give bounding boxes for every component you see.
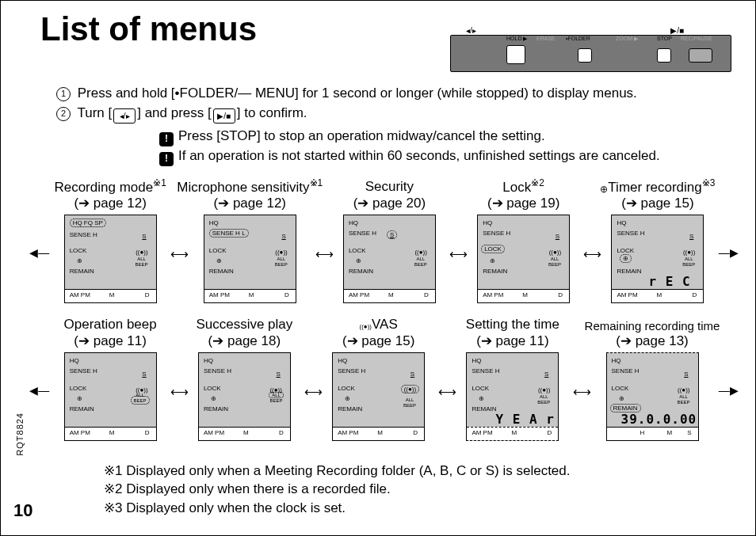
step-2: 2 Turn [◂/▸] and press [▶/■] to confirm.: [56, 104, 724, 124]
h-arrow-icon: ⟷: [304, 384, 319, 399]
lcd-screen: HQ SENSE H S LOCK ⊕ ((●)) ALLBEEP REMAIN…: [332, 352, 425, 441]
footnote-1: ※1 Displayed only when a Meeting Recordi…: [104, 462, 571, 481]
menu-successive-play: Successive play(➔ page 18) HQ SENSE H S …: [185, 313, 304, 441]
lcd-screen: HQ SENSE H S LOCK ⊕ ((●)) ALLBEEP REMAIN…: [606, 352, 699, 441]
alert-icon: !: [159, 152, 174, 166]
device-label-erase: ERASE: [536, 36, 556, 41]
note-1: !Press [STOP] to stop an operation midwa…: [159, 127, 724, 146]
manual-page: List of menus ◂/▸ ▶/■ HOLD ▶ ERASE •FOLD…: [0, 0, 756, 536]
menu-vas: ((●)) VAS(➔ page 15) HQ SENSE H S LOCK ⊕…: [319, 313, 438, 441]
device-top-arrow-left: ◂/▸: [466, 26, 476, 35]
device-illustration: ◂/▸ ▶/■ HOLD ▶ ERASE •FOLDER ZOOM ▶ STOP…: [450, 32, 731, 72]
device-label-recpause: REC/PAUSE: [681, 36, 712, 41]
left-wrap-arrow: ◀—: [29, 384, 51, 397]
doc-id: RQT8824: [15, 412, 25, 456]
device-body: HOLD ▶ ERASE •FOLDER ZOOM ▶ STOP REC/PAU…: [450, 35, 731, 72]
lcd-screen: HQ SENSE H S LOCK ⊕ ((●)) ALLBEEP REMAIN…: [198, 352, 291, 441]
lcd-screen: HQ FQ SP SENSE H S LOCK ⊕ ((●)) ALLBEEP …: [64, 215, 157, 303]
notes: !Press [STOP] to stop an operation midwa…: [159, 127, 724, 165]
circled-2-icon: 2: [56, 107, 71, 121]
h-arrow-icon: ⟷: [170, 384, 185, 399]
h-arrow-icon: ⟷: [449, 246, 464, 261]
play-stop-icon: ▶/■: [213, 108, 235, 124]
footnote-2: ※2 Displayed only when there is a record…: [104, 480, 571, 499]
footnotes: ※1 Displayed only when a Meeting Recordi…: [104, 462, 571, 518]
clock-icon: ⊕: [600, 183, 608, 194]
jog-icon: ◂/▸: [113, 108, 136, 124]
h-arrow-icon: ⟷: [583, 246, 598, 261]
lcd-screen: HQ SENSE H S LOCK ⊕ ((●)) ALLBEEP REMAIN…: [611, 215, 704, 303]
menu-row-1: ◀— Recording mode※1(➔ page 12) HQ FQ SP …: [29, 175, 739, 303]
h-arrow-icon: ⟷: [170, 246, 185, 261]
menu-mic-sensitivity: Microphone sensitivity※1(➔ page 12) HQ S…: [185, 175, 315, 303]
h-arrow-icon: ⟷: [315, 246, 330, 261]
h-arrow-icon: ⟷: [438, 384, 452, 399]
alert-icon: !: [159, 132, 174, 146]
device-btn-recpause: [689, 48, 712, 63]
left-wrap-arrow: ◀—: [29, 246, 51, 259]
right-wrap-arrow: —▶: [718, 246, 740, 259]
circled-1-icon: 1: [56, 87, 71, 101]
device-btn-folder: [578, 48, 592, 63]
h-arrow-icon: ⟷: [573, 384, 587, 399]
right-wrap-arrow: —▶: [718, 384, 740, 397]
menu-lock: Lock※2(➔ page 19) HQ SENSE H S LOCK ⊕ ((…: [464, 175, 583, 303]
menu-timer-recording: ⊕Timer recording※3(➔ page 15) HQ SENSE H…: [598, 175, 717, 303]
device-label-stop: STOP: [657, 36, 672, 41]
vas-icon: ((●)): [359, 323, 372, 331]
lcd-screen: HQ SENSE H S LOCK ⊕ ((●)) ALLBEEP REMAIN…: [466, 352, 559, 441]
device-label-zoom: ZOOM ▶: [616, 36, 638, 42]
device-btn-hold: [506, 45, 525, 64]
lcd-screen: HQ SENSE H S LOCK ⊕ ((●)) ALLBEEP REMAIN…: [343, 215, 436, 303]
menu-operation-beep: Operation beep(➔ page 11) HQ SENSE H S L…: [51, 313, 170, 441]
menu-security: Security(➔ page 20) HQ SENSE H S LOCK ⊕ …: [330, 175, 449, 303]
step-1: 1 Press and hold [•FOLDER/— MENU] for 1 …: [56, 84, 724, 104]
menu-grid: ◀— Recording mode※1(➔ page 12) HQ FQ SP …: [29, 175, 739, 450]
note-2: !If an operation is not started within 6…: [159, 146, 724, 166]
device-btn-stop: [657, 48, 671, 63]
menu-recording-mode: Recording mode※1(➔ page 12) HQ FQ SP SEN…: [51, 175, 170, 303]
lcd-screen: HQ SENSE H S LOCK ⊕ ((●)) ALLBEEP REMAIN…: [477, 215, 570, 303]
menu-setting-time: Setting the time(➔ page 11) HQ SENSE H S…: [452, 313, 572, 441]
menu-remaining-time: Remaining recording time(➔ page 13) HQ S…: [587, 313, 718, 441]
lcd-screen: HQ SENSE H L S LOCK ⊕ ((●)) ALLBEEP REMA…: [204, 215, 296, 303]
device-top-arrow-right: ▶/■: [670, 26, 684, 35]
lcd-screen: HQ SENSE H S LOCK ⊕ ((●)) ALLBEEP REMAIN…: [64, 352, 157, 441]
instructions: 1 Press and hold [•FOLDER/— MENU] for 1 …: [56, 84, 724, 166]
device-label-hold: HOLD ▶: [506, 36, 527, 42]
menu-row-2: ◀— Operation beep(➔ page 11) HQ SENSE H …: [29, 313, 739, 441]
footnote-3: ※3 Displayed only when the clock is set.: [104, 499, 571, 518]
device-label-folder: •FOLDER: [566, 36, 590, 41]
page-number: 10: [13, 500, 32, 521]
